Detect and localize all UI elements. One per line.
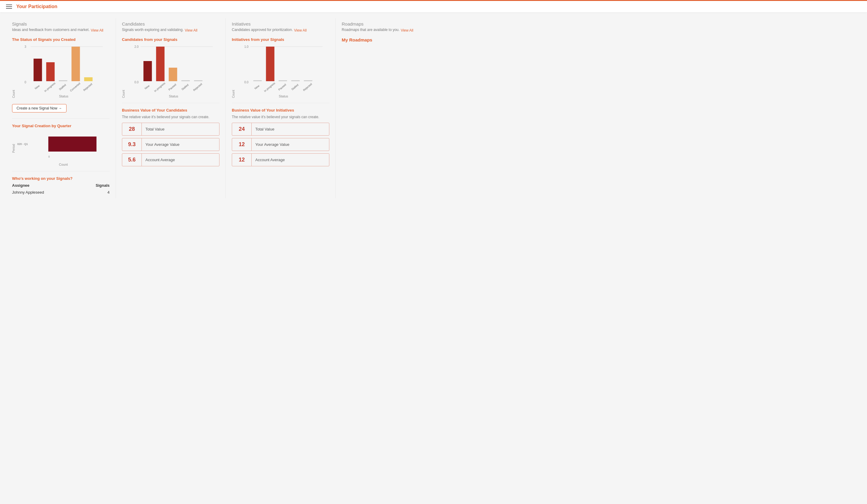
quarter-chart: 2020 - Q1 0 [17,131,109,161]
candidates-avg-value-box: 9.3 Your Average Value [122,138,220,151]
initiatives-account-avg-box: 12 Account Average [232,153,329,166]
roadmaps-description: Roadmaps that are available to you. [342,28,399,32]
assignee-row: Johnny Appleseed 4 [12,189,109,195]
bar-q1 [49,136,97,152]
candidates-account-avg-number: 5.6 [122,154,142,166]
signals-view-all[interactable]: View All [90,28,103,32]
initiatives-avg-value-box: 12 Your Average Value [232,138,329,151]
initiatives-biz-value-desc: The relative value it's believed your si… [232,115,329,119]
svg-text:3: 3 [25,45,26,48]
candidates-avg-value-label: Your Average Value [142,138,219,151]
svg-rect-13 [143,61,152,81]
svg-text:Stalled: Stalled [181,83,189,91]
svg-text:2.0: 2.0 [135,45,139,48]
signals-description: Ideas and feedback from customers and ma… [12,28,89,32]
bar-rejected [84,77,93,81]
candidates-total-value-box: 28 Total Value [122,123,220,135]
initiatives-total-value-label: Total Value [252,123,329,135]
roadmaps-view-all[interactable]: View All [401,28,413,32]
candidates-account-avg-label: Account Average [142,154,219,166]
svg-text:0: 0 [25,80,26,84]
svg-text:Rejected: Rejected [302,83,313,91]
svg-text:Stalled: Stalled [58,83,67,91]
signals-y-axis-label: Count [12,90,15,98]
svg-text:Stalled: Stalled [291,83,299,91]
svg-text:0.0: 0.0 [135,80,139,84]
initiatives-y-axis-label: Count [232,90,235,98]
quarter-chart-title: Your Signal Creation by Quarter [12,124,109,128]
svg-text:Paused: Paused [278,83,287,91]
svg-rect-30 [304,80,312,81]
initiatives-avg-value-label: Your Average Value [252,138,329,151]
my-roadmaps-link[interactable]: My Roadmaps [342,37,440,42]
initiatives-account-avg-label: Account Average [252,154,329,166]
roadmaps-heading: Roadmaps [342,21,440,26]
initiatives-status-chart: 1.0 0.0 New In progress Paused [237,44,329,92]
quarter-y-label: Period [12,144,15,153]
create-signal-button[interactable]: Create a new Signal Now → [12,104,66,112]
top-bar: Your Participation [0,0,867,12]
svg-rect-16 [182,80,190,81]
svg-text:2020 - Q1: 2020 - Q1 [17,143,28,145]
candidates-avg-value-number: 9.3 [122,138,142,151]
svg-rect-28 [279,80,287,81]
svg-text:1.0: 1.0 [244,45,249,48]
initiatives-column: Initiatives Candidates approved for prio… [226,18,336,198]
svg-text:Rejected: Rejected [83,83,93,91]
bar-converted [72,47,80,81]
candidates-biz-value-title: Business Value of Your Candidates [122,108,220,112]
candidates-heading: Candidates [122,21,220,26]
roadmaps-column: Roadmaps Roadmaps that are available to … [336,18,446,198]
svg-text:0: 0 [49,155,50,158]
quarter-x-label: Count [17,163,109,166]
bar-inprogress [46,62,55,81]
signals-status-chart: 3 0 New In progr [18,44,109,92]
candidates-column: Candidates Signals worth exploring and v… [116,18,226,198]
initiatives-chart-title: Initiatives from your Signals [232,37,329,42]
main-content: Signals Ideas and feedback from customer… [0,12,451,204]
menu-icon[interactable] [6,4,12,9]
initiatives-heading: Initiatives [232,21,329,26]
candidates-description: Signals worth exploring and validating. [122,28,184,32]
initiatives-total-value-number: 24 [232,123,252,135]
signals-column: Signals Ideas and feedback from customer… [6,18,116,198]
svg-rect-14 [156,47,165,81]
assignee-name: Johnny Appleseed [12,190,44,195]
svg-text:Rejected: Rejected [193,83,203,91]
candidates-biz-value-desc: The relative value it's believed your si… [122,115,220,119]
candidates-x-axis-label: Status [128,95,220,98]
svg-text:New: New [254,84,260,90]
assignees-col-assignee: Assignee [12,183,30,188]
candidates-view-all[interactable]: View All [185,28,197,32]
page-title: Your Participation [16,4,57,9]
svg-text:New: New [144,84,150,90]
assignees-table: Assignee Signals Johnny Appleseed 4 [12,183,109,195]
assignee-count: 4 [107,190,109,195]
initiatives-x-axis-label: Status [237,95,329,98]
signals-x-axis-label: Status [18,95,109,98]
initiatives-total-value-box: 24 Total Value [232,123,329,135]
candidates-chart-title: Candidates from your Signals [122,37,220,42]
initiatives-biz-value-title: Business Value of Your Initiatives [232,108,329,112]
svg-text:In progress: In progress [153,81,166,92]
bar-new [34,59,42,81]
svg-rect-15 [169,68,177,81]
svg-rect-27 [266,47,275,81]
candidates-account-avg-box: 5.6 Account Average [122,153,220,166]
svg-text:Paused: Paused [168,83,177,91]
candidates-status-chart: 2.0 0.0 New In progress Paused [128,44,220,92]
svg-rect-26 [254,80,262,81]
candidates-y-axis-label: Count [122,90,125,98]
svg-text:In progress: In progress [264,81,276,92]
svg-text:New: New [34,84,40,90]
assignees-col-signals: Signals [96,183,109,188]
candidates-total-value-label: Total Value [142,123,219,135]
svg-text:In progress: In progress [44,81,56,92]
signals-heading: Signals [12,21,109,26]
svg-rect-17 [194,80,203,81]
initiatives-view-all[interactable]: View All [294,28,307,32]
svg-rect-29 [291,80,300,81]
bar-stalled [59,80,67,81]
signals-status-title: The Status of Signals you Created [12,37,109,42]
svg-text:0.0: 0.0 [244,80,249,84]
